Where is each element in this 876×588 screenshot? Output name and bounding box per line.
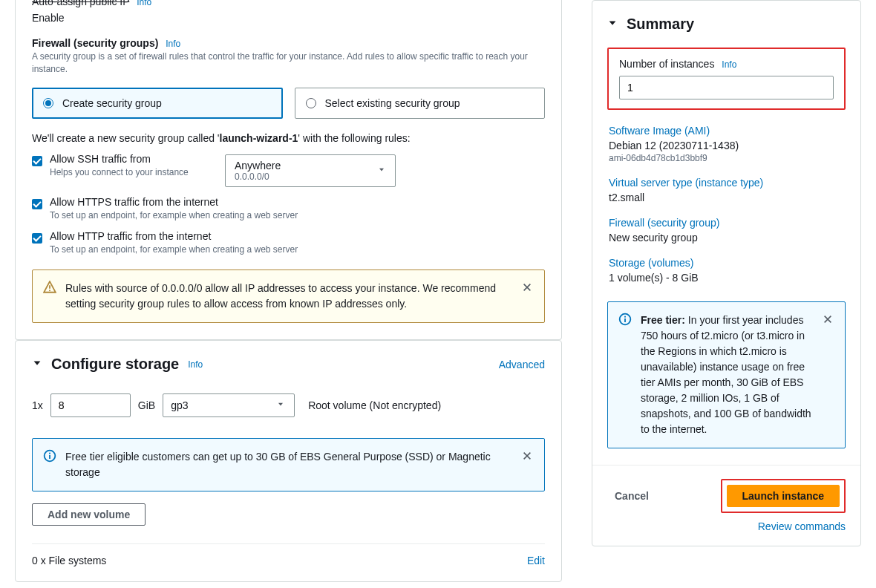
select-sg-toggle[interactable]: Select existing security group <box>295 88 546 119</box>
svg-point-6 <box>624 316 626 318</box>
summary-ami-name: Debian 12 (20230711-1438) <box>609 140 844 151</box>
summary-free-tier-info: Free tier: In your first year includes 7… <box>607 301 846 448</box>
summary-storage-label[interactable]: Storage (volumes) <box>609 257 844 269</box>
summary-storage-val: 1 volume(s) - 8 GiB <box>609 272 844 284</box>
file-systems-count: 0 x File systems <box>32 555 106 566</box>
review-commands-link[interactable]: Review commands <box>758 520 846 532</box>
num-instances-input[interactable] <box>619 76 834 99</box>
radio-icon <box>43 98 53 108</box>
close-warning-button[interactable] <box>520 281 534 296</box>
create-sg-toggle[interactable]: Create security group <box>32 88 283 119</box>
launch-instance-button[interactable]: Launch instance <box>727 485 840 507</box>
info-icon <box>618 313 632 328</box>
summary-instance-type: t2.small <box>609 192 844 203</box>
summary-toggle[interactable]: Summary <box>607 16 846 33</box>
radio-icon <box>306 98 316 108</box>
volume-count: 1x <box>32 399 43 411</box>
summary-firewall-label[interactable]: Firewall (security group) <box>609 217 844 229</box>
info-link-firewall[interactable]: Info <box>166 39 180 49</box>
firewall-description: A security group is a set of firewall ru… <box>32 50 545 76</box>
volume-size-input[interactable] <box>50 393 131 417</box>
close-free-tier-button[interactable] <box>821 313 834 328</box>
allow-ssh-sub: Helps you connect to your instance <box>50 166 207 179</box>
allow-http-label: Allow HTTP traffic from the internet <box>50 230 545 242</box>
info-link-storage[interactable]: Info <box>188 359 203 370</box>
ssh-source-select[interactable]: Anywhere 0.0.0.0/0 <box>225 154 396 187</box>
volume-size-unit: GiB <box>138 399 155 411</box>
volume-type-select[interactable]: gp3 <box>163 393 295 417</box>
allow-http-sub: To set up an endpoint, for example when … <box>50 244 545 256</box>
caret-down-icon <box>32 358 42 370</box>
summary-ami-id: ami-06db4d78cb1d3bbf9 <box>609 153 844 163</box>
allow-http-checkbox[interactable] <box>32 233 42 244</box>
firewall-warning: Rules with source of 0.0.0.0/0 allow all… <box>32 270 545 323</box>
storage-free-tier-info: Free tier eligible customers can get up … <box>32 438 545 491</box>
allow-ssh-checkbox[interactable] <box>32 156 42 166</box>
firewall-heading-row: Firewall (security groups) Info <box>32 37 545 49</box>
root-volume-desc: Root volume (Not encrypted) <box>308 399 441 411</box>
summary-firewall-val: New security group <box>609 232 844 244</box>
close-info-button[interactable] <box>520 449 534 465</box>
allow-ssh-label: Allow SSH traffic from <box>50 153 207 165</box>
storage-advanced-link[interactable]: Advanced <box>499 359 545 370</box>
auto-assign-value: Enable <box>32 12 545 24</box>
info-icon <box>43 449 56 465</box>
num-instances-label-row: Number of instances Info <box>619 58 834 70</box>
add-volume-button[interactable]: Add new volume <box>32 503 146 526</box>
auto-assign-row: Auto-assign public IP Info <box>32 0 545 7</box>
cancel-button[interactable]: Cancel <box>607 486 656 506</box>
warning-icon <box>43 281 56 296</box>
allow-https-sub: To set up an endpoint, for example when … <box>50 209 545 222</box>
info-link-num-instances[interactable]: Info <box>722 59 736 70</box>
summary-ami-label[interactable]: Software Image (AMI) <box>609 125 844 137</box>
allow-https-label: Allow HTTPS traffic from the internet <box>50 196 545 208</box>
allow-https-checkbox[interactable] <box>32 199 42 209</box>
summary-instance-type-label[interactable]: Virtual server type (instance type) <box>609 177 844 189</box>
file-systems-edit-link[interactable]: Edit <box>527 555 545 566</box>
caret-down-icon <box>607 18 618 30</box>
info-link-auto-assign[interactable]: Info <box>137 0 151 7</box>
svg-point-1 <box>49 290 50 291</box>
new-sg-msg: We'll create a new security group called… <box>32 132 545 144</box>
storage-section-toggle[interactable]: Configure storage Info <box>32 356 203 373</box>
svg-point-3 <box>49 453 50 454</box>
chevron-down-icon <box>377 165 386 177</box>
chevron-down-icon <box>276 399 285 411</box>
